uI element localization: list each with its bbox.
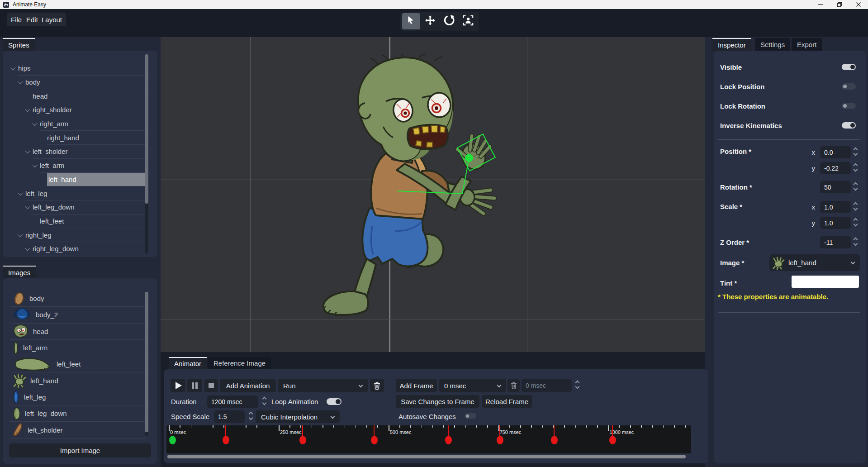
- tree-item-left-sholder[interactable]: left_sholder: [10, 145, 146, 159]
- rotation-stepper[interactable]: [853, 183, 858, 190]
- lock-position-toggle[interactable]: [842, 83, 856, 90]
- image-item-left-hand[interactable]: left_hand: [10, 372, 146, 389]
- play-button[interactable]: [171, 379, 185, 392]
- tab-settings[interactable]: Settings: [755, 38, 790, 51]
- delete-animation-button[interactable]: [370, 379, 384, 392]
- scrollbar-thumb[interactable]: [145, 292, 148, 432]
- tree-item-left-hand[interactable]: left_hand: [10, 173, 146, 187]
- tab-sprites[interactable]: Sprites: [3, 38, 35, 51]
- keyframe-dot[interactable]: [299, 436, 306, 444]
- tree-item-body[interactable]: body: [10, 76, 146, 90]
- speed-scale-field[interactable]: [214, 410, 245, 423]
- tree-item-hips[interactable]: hips: [10, 62, 146, 76]
- speed-scale-stepper[interactable]: [248, 412, 253, 419]
- z-order-stepper[interactable]: [853, 238, 858, 245]
- duration-stepper[interactable]: [261, 397, 267, 405]
- delete-frame-button[interactable]: [508, 379, 520, 392]
- timeline-scrollbar[interactable]: [167, 455, 686, 458]
- import-image-button[interactable]: Import Image: [9, 443, 151, 457]
- image-item-left-leg-down[interactable]: left_leg_down: [10, 405, 146, 422]
- minimize-button[interactable]: [811, 0, 830, 9]
- tree-item-left-arm[interactable]: left_arm: [10, 159, 146, 173]
- chevron-down-icon[interactable]: [32, 162, 37, 167]
- scale-x-field[interactable]: [820, 201, 851, 213]
- save-changes-button[interactable]: Save Changes to Frame: [396, 395, 479, 408]
- rotation-field[interactable]: [820, 181, 851, 193]
- chevron-down-icon[interactable]: [18, 79, 23, 84]
- interpolation-select[interactable]: Cubic Interpolation: [256, 410, 340, 423]
- tab-inspector[interactable]: Inspector: [712, 38, 751, 51]
- scale-x-stepper[interactable]: [853, 203, 858, 210]
- scale-y-field[interactable]: [820, 217, 851, 229]
- animation-select[interactable]: Run: [278, 379, 368, 392]
- scrollbar-thumb[interactable]: [145, 54, 148, 204]
- position-x-field[interactable]: [820, 146, 851, 158]
- chevron-down-icon[interactable]: [25, 246, 30, 251]
- tree-item-right-arm[interactable]: right_arm: [10, 117, 146, 131]
- frame-select[interactable]: 0 msec: [439, 379, 506, 392]
- tree-item-right-hand[interactable]: right_hand: [10, 131, 146, 145]
- chevron-down-icon[interactable]: [18, 190, 23, 195]
- z-order-field[interactable]: [820, 236, 851, 248]
- visible-toggle[interactable]: [842, 64, 856, 70]
- image-item-left-sholder[interactable]: left_sholder: [10, 422, 146, 438]
- select-tool-button[interactable]: [402, 13, 420, 29]
- position-y-field[interactable]: [820, 162, 851, 174]
- tree-item-left-feet[interactable]: left_feet: [10, 214, 146, 229]
- tab-images[interactable]: Images: [3, 266, 36, 278]
- image-select[interactable]: left_hand: [769, 254, 860, 271]
- tree-item-right-leg[interactable]: right_leg: [10, 228, 146, 242]
- add-frame-button[interactable]: Add Frame: [396, 379, 437, 392]
- tree-item-right-leg-down[interactable]: right_leg_down: [10, 242, 146, 256]
- tint-swatch[interactable]: [792, 276, 859, 288]
- lock-rotation-toggle[interactable]: [842, 103, 856, 109]
- frame-time-input[interactable]: [522, 379, 572, 392]
- position-y-stepper[interactable]: [853, 164, 858, 171]
- tree-item-right-sholder[interactable]: right_sholder: [10, 103, 146, 117]
- tree-item-left-leg[interactable]: left_leg: [10, 186, 146, 200]
- image-item-body[interactable]: body: [10, 291, 146, 307]
- move-tool-button[interactable]: [421, 13, 439, 29]
- duration-field[interactable]: [207, 396, 258, 408]
- playhead-dot[interactable]: [169, 436, 176, 444]
- chevron-down-icon[interactable]: [10, 65, 15, 70]
- tree-item-head[interactable]: head: [10, 89, 146, 103]
- canvas[interactable]: [161, 37, 705, 352]
- position-x-stepper[interactable]: [853, 148, 858, 155]
- zombie-character[interactable]: [314, 54, 504, 326]
- loop-animation-toggle[interactable]: [327, 398, 342, 405]
- image-item-head[interactable]: head: [10, 324, 146, 340]
- frame-character-tool-button[interactable]: [459, 13, 477, 29]
- rotate-tool-button[interactable]: [440, 13, 458, 29]
- scale-y-stepper[interactable]: [853, 219, 858, 226]
- pivot-handle[interactable]: [465, 154, 473, 162]
- chevron-down-icon[interactable]: [25, 204, 30, 209]
- inverse-kinematics-toggle[interactable]: [842, 122, 856, 129]
- image-item-left-arm[interactable]: left_arm: [10, 340, 146, 356]
- pause-button[interactable]: [187, 379, 202, 392]
- autosave-toggle[interactable]: [465, 413, 476, 419]
- restore-button[interactable]: [830, 0, 849, 9]
- close-button[interactable]: [849, 0, 868, 9]
- timeline[interactable]: 0 msec250 msec500 msec750 msec1000 msec: [166, 425, 691, 453]
- keyframe-dot[interactable]: [371, 436, 378, 444]
- chevron-down-icon[interactable]: [25, 148, 30, 153]
- chevron-down-icon[interactable]: [18, 232, 23, 237]
- add-animation-button[interactable]: Add Animation: [220, 379, 276, 392]
- reload-frame-button[interactable]: Reload Frame: [482, 395, 532, 408]
- chevron-down-icon[interactable]: [32, 121, 37, 126]
- keyframe-dot[interactable]: [223, 436, 229, 444]
- image-item-left-feet[interactable]: left_feet: [10, 356, 146, 372]
- keyframe-dot[interactable]: [551, 436, 558, 444]
- frame-time-stepper[interactable]: [574, 381, 580, 388]
- tab-animator[interactable]: Animator: [169, 357, 207, 369]
- tree-item-left-leg-down[interactable]: left_leg_down: [10, 200, 146, 214]
- tab-reference-image[interactable]: Reference Image: [208, 357, 271, 369]
- keyframe-dot[interactable]: [609, 436, 616, 444]
- image-item-left-leg[interactable]: left_leg: [10, 389, 146, 405]
- image-item-body-2[interactable]: body_2: [10, 307, 146, 323]
- stop-button[interactable]: [204, 379, 218, 392]
- keyframe-dot[interactable]: [497, 436, 503, 444]
- tab-export[interactable]: Export: [792, 38, 822, 51]
- menu-layout[interactable]: Layout: [38, 13, 66, 26]
